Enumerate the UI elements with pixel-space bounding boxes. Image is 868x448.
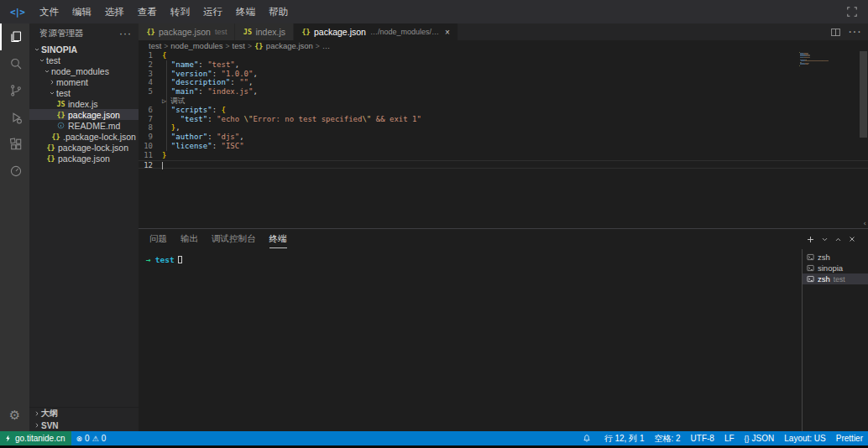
panel-tab-问题[interactable]: 问题: [149, 230, 167, 248]
tree-item-label: package.json: [58, 154, 110, 164]
activity-run-debug[interactable]: [0, 104, 29, 131]
tree-item[interactable]: node_modules: [29, 65, 139, 76]
close-icon[interactable]: ×: [445, 28, 450, 37]
file-tree: SINOPIAtestnode_modulesmomenttestJSindex…: [29, 44, 139, 407]
editor-tab[interactable]: {}package.jsontest: [139, 23, 235, 40]
chevron-left-icon[interactable]: ‹: [863, 219, 867, 228]
code-line: 7 "test": "echo \"Error: no test specifi…: [139, 115, 868, 124]
breadcrumb-separator: >: [164, 42, 168, 50]
notifications-bell-icon[interactable]: [578, 434, 599, 443]
status-item[interactable]: 空格: 2: [649, 433, 685, 445]
line-number: 3: [139, 70, 162, 79]
menu-item[interactable]: 帮助: [262, 0, 295, 23]
chevron-up-icon[interactable]: [834, 236, 842, 243]
editor-tab[interactable]: {}package.json…/node_modules/…×: [294, 23, 458, 40]
minimap[interactable]: [799, 52, 843, 68]
tree-item[interactable]: README.md: [29, 120, 139, 131]
line-number: 12: [139, 161, 162, 169]
breadcrumb-label: test: [149, 41, 161, 50]
breadcrumb-item[interactable]: test: [233, 41, 245, 50]
line-number: 2: [139, 60, 162, 70]
panel-tab-调试控制台[interactable]: 调试控制台: [212, 230, 256, 248]
section-SVN[interactable]: SVN: [29, 419, 139, 431]
breadcrumb-item[interactable]: …: [322, 41, 331, 50]
tree-item[interactable]: {}.package-lock.json: [29, 131, 139, 142]
editor-tab[interactable]: JSindex.js: [235, 23, 294, 40]
line-number: 11: [139, 151, 162, 160]
breadcrumb-item[interactable]: {}package.json: [254, 41, 313, 50]
tree-item[interactable]: {}package.json: [29, 109, 139, 120]
breadcrumb-item[interactable]: node_modules: [170, 41, 222, 50]
tree-item-label: SINOPIA: [41, 44, 77, 55]
tree-item[interactable]: test: [29, 87, 139, 98]
tree-item[interactable]: SINOPIA: [29, 44, 139, 55]
run-debug-icon: [9, 111, 23, 124]
tree-item[interactable]: {}package-lock.json: [29, 142, 139, 153]
menu-item[interactable]: 选择: [98, 0, 131, 23]
activity-explorer[interactable]: [0, 23, 29, 50]
menu-item[interactable]: 编辑: [65, 0, 98, 23]
status-item[interactable]: UTF-8: [686, 434, 719, 443]
status-item[interactable]: Layout: US: [779, 434, 830, 443]
codelens-debug-action[interactable]: ▷ 调试: [139, 96, 185, 106]
menu-item[interactable]: 查看: [131, 0, 164, 23]
tree-item[interactable]: {}package.json: [29, 153, 139, 164]
panel-tab-输出[interactable]: 输出: [180, 230, 198, 248]
json-file-icon: {}: [301, 28, 311, 36]
line-number: 9: [139, 133, 162, 142]
terminal-instance[interactable]: zsh: [803, 252, 868, 263]
chevron-down-icon[interactable]: [821, 236, 829, 243]
json-file-icon: {}: [51, 133, 60, 141]
close-icon[interactable]: [848, 235, 856, 243]
remote-icon: [4, 434, 12, 443]
menu-item[interactable]: 运行: [196, 0, 229, 23]
terminal-output[interactable]: →test: [139, 249, 802, 431]
section-大纲[interactable]: 大纲: [29, 408, 139, 419]
terminal-instance[interactable]: sinopia: [803, 263, 868, 273]
tree-item[interactable]: moment: [29, 76, 139, 87]
remote-indicator[interactable]: go.titanide.cn: [0, 431, 71, 445]
activity-source-control[interactable]: [0, 77, 29, 104]
status-item[interactable]: 行 12, 列 1: [599, 433, 650, 445]
tab-description: …/node_modules/…: [370, 28, 439, 36]
more-actions-icon[interactable]: ···: [848, 24, 861, 39]
tree-item[interactable]: test: [29, 55, 139, 65]
activity-extensions[interactable]: [0, 131, 29, 158]
status-item[interactable]: {}JSON: [740, 434, 780, 443]
terminal-name: zsh: [818, 274, 830, 284]
explorer-more-actions-icon[interactable]: ···: [119, 28, 132, 39]
codelens-row[interactable]: ▷ 调试: [139, 96, 868, 106]
status-item[interactable]: LF: [719, 434, 740, 443]
customize-layout-icon[interactable]: [846, 6, 858, 18]
tree-item-label: package-lock.json: [58, 143, 128, 153]
tree-item-label: moment: [56, 77, 88, 87]
problems-status[interactable]: ⊗ 0 ⚠ 0: [71, 434, 112, 443]
app-logo-icon: <|>: [10, 7, 24, 18]
menu-item[interactable]: 转到: [164, 0, 196, 23]
error-icon: ⊗: [76, 435, 83, 443]
menu-item[interactable]: 文件: [33, 0, 65, 23]
activity-search[interactable]: [0, 50, 29, 77]
terminal-instance[interactable]: zshtest: [803, 273, 868, 284]
split-editor-icon[interactable]: [830, 27, 841, 38]
chevron-down-icon: [33, 46, 41, 53]
line-number: 1: [139, 51, 162, 60]
activity-clock-tool[interactable]: [0, 158, 29, 185]
breadcrumb-separator: >: [248, 42, 252, 50]
chevron-right-icon: [48, 79, 56, 86]
breadcrumb[interactable]: test>node_modules>test>{}package.json>…: [139, 40, 868, 51]
tree-item-label: node_modules: [51, 66, 109, 76]
panel-tab-终端[interactable]: 终端: [269, 230, 287, 248]
status-item[interactable]: Prettier: [831, 434, 868, 443]
tree-item[interactable]: JSindex.js: [29, 98, 139, 109]
breadcrumb-label: node_modules: [170, 41, 222, 50]
breadcrumb-item[interactable]: test: [149, 41, 161, 50]
code-editor[interactable]: 1{2 "name": "test",3 "version": "1.0.0",…: [139, 51, 868, 228]
terminal-name: zsh: [818, 253, 830, 262]
gear-icon[interactable]: ⚙: [0, 403, 29, 428]
line-number: 4: [139, 78, 162, 87]
menu-item[interactable]: 终端: [229, 0, 262, 23]
editor-scrollbar[interactable]: [860, 51, 867, 138]
tab-label: index.js: [255, 27, 285, 37]
plus-icon[interactable]: [806, 235, 815, 244]
